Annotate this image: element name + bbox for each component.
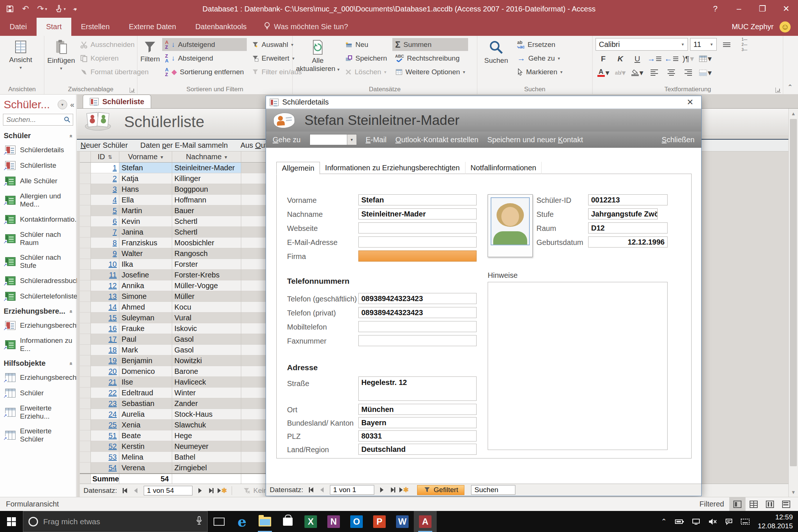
table-row[interactable]: 4EllaHoffmann <box>80 195 274 205</box>
increase-indent-button[interactable]: → <box>647 52 662 65</box>
font-name-combo[interactable]: Calibri▾ <box>596 38 688 51</box>
nachname-cell[interactable]: Forster-Krebs <box>172 270 241 280</box>
nav-item-kontaktinformatio-[interactable]: ↗Kontaktinformatio... <box>0 212 76 227</box>
align-left-button[interactable] <box>647 66 662 79</box>
record-id-link[interactable]: 8 <box>113 239 117 247</box>
section-collapse-icon[interactable]: « <box>68 310 74 312</box>
nachname-cell[interactable]: Hoffmann <box>172 195 241 205</box>
table-row[interactable]: 54VerenaZirngiebel <box>80 463 274 473</box>
layout-view-button[interactable] <box>762 497 778 511</box>
row-selector[interactable] <box>80 377 91 388</box>
nachname-cell[interactable]: Havliceck <box>172 377 241 388</box>
neu-button[interactable]: Neu <box>342 38 390 51</box>
align-right-button[interactable] <box>681 66 696 79</box>
record-id-link[interactable]: 25 <box>109 421 117 429</box>
vorname-cell[interactable]: Walter <box>119 248 172 259</box>
table-row[interactable]: 5MartinBauer <box>80 205 274 216</box>
collapse-ribbon-icon[interactable]: ⌃ <box>787 83 793 91</box>
nav-item-schüler[interactable]: ↗Schüler <box>0 385 76 401</box>
cortana-search-box[interactable]: Frag mich etwas <box>23 511 208 532</box>
vorname-cell[interactable]: Franziskus <box>119 238 172 248</box>
speichern-button[interactable]: Speichern <box>342 52 390 65</box>
row-selector[interactable] <box>80 184 91 195</box>
ort-input[interactable]: München <box>358 404 477 415</box>
row-selector[interactable] <box>80 334 91 345</box>
table-row[interactable]: 7JaninaSchertl <box>80 227 274 238</box>
help-button[interactable]: ? <box>703 0 727 18</box>
stufe-combo[interactable]: Jahrgangstufe Zwölf▾ <box>588 208 658 219</box>
einfuegen-button[interactable]: Einfügen▾ <box>47 38 75 85</box>
redo-icon[interactable]: ↷▾ <box>37 5 47 13</box>
schueler-id-input[interactable]: 0012213 <box>588 194 668 205</box>
vorname-cell[interactable]: Aurelia <box>119 409 172 420</box>
summen-button[interactable]: Σ Summen <box>392 38 468 51</box>
microphone-icon[interactable] <box>196 516 202 527</box>
nachname-cell[interactable]: Winter <box>172 388 241 398</box>
student-photo-placeholder[interactable] <box>488 194 533 257</box>
vorname-cell[interactable]: Ilse <box>119 377 172 388</box>
nav-search-box[interactable]: Suchen... <box>3 114 73 126</box>
nachname-cell[interactable]: Müller <box>172 291 241 302</box>
vorname-cell[interactable]: Sebastian <box>119 398 172 409</box>
powerpoint-taskbar-icon[interactable]: P <box>368 511 391 532</box>
word-taskbar-icon[interactable]: W <box>391 511 414 532</box>
table-row[interactable]: 51BeateHege <box>80 430 274 441</box>
filtern-button[interactable]: Filtern <box>140 38 160 85</box>
row-selector[interactable] <box>80 248 91 259</box>
record-id-link[interactable]: 17 <box>109 335 117 344</box>
nachname-input[interactable]: Steinleitner-Mader <box>358 208 477 219</box>
record-id-link[interactable]: 12 <box>109 282 117 290</box>
vorname-cell[interactable]: Janina <box>119 227 172 238</box>
form-view-button[interactable] <box>729 497 746 511</box>
nachname-cell[interactable]: Rangosch <box>172 248 241 259</box>
sortierung-entfernen-button[interactable]: AZ◆ Sortierung entfernen <box>162 65 247 78</box>
row-selector[interactable] <box>80 173 91 184</box>
row-selector[interactable] <box>80 195 91 205</box>
outlook-taskbar-icon[interactable]: O <box>345 511 368 532</box>
action-center-icon[interactable] <box>725 518 733 525</box>
nachname-cell[interactable]: Killinger <box>172 173 241 184</box>
vorname-cell[interactable]: Kerstin <box>119 441 172 452</box>
nachname-cell[interactable]: Gasol <box>172 345 241 355</box>
underline-button[interactable]: U <box>630 52 645 65</box>
schliessen-link[interactable]: Schließen <box>662 136 695 144</box>
record-id-link[interactable]: 9 <box>113 249 117 258</box>
minimize-button[interactable]: ‒ <box>727 0 751 18</box>
mobiltelefon-input[interactable] <box>358 321 477 332</box>
row-selector[interactable] <box>80 345 91 355</box>
row-selector[interactable] <box>80 302 91 313</box>
row-selector[interactable] <box>80 163 91 173</box>
table-row[interactable]: 22EdeltraudWinter <box>80 388 274 398</box>
tell-me-box[interactable]: Was möchten Sie tun? <box>256 18 355 36</box>
row-selector[interactable] <box>80 216 91 227</box>
telefon-privat-input[interactable]: 089389424323423 <box>358 307 477 318</box>
faxnummer-input[interactable] <box>358 335 477 346</box>
row-selector[interactable] <box>80 409 91 420</box>
italic-button[interactable]: K <box>613 52 628 65</box>
vorname-cell[interactable]: Simone <box>119 291 172 302</box>
nav-item-informationen-zu-e-[interactable]: ↗Informationen zu E... <box>0 333 76 356</box>
nav-item-erziehungsberecht-[interactable]: ↗Erziehungsberecht... <box>0 370 76 385</box>
taskbar-clock[interactable]: 12:59 12.08.2015 <box>758 513 793 531</box>
table-row[interactable]: 8FranziskusMoosbichler <box>80 238 274 248</box>
previous-record-icon[interactable] <box>131 486 141 495</box>
plz-input[interactable]: 80331 <box>358 430 477 441</box>
nav-section-header[interactable]: Erziehungsbere...« <box>0 304 76 318</box>
record-id-link[interactable]: 53 <box>109 453 117 461</box>
record-id-link[interactable]: 18 <box>109 346 117 354</box>
close-button[interactable]: ✕ <box>774 0 798 18</box>
last-record-icon[interactable] <box>207 486 216 495</box>
align-center-button[interactable] <box>664 66 679 79</box>
document-tab-schuelerliste[interactable]: Schülerliste <box>83 95 151 108</box>
record-id-link[interactable]: 22 <box>109 389 117 397</box>
table-row[interactable]: 21IlseHavliceck <box>80 377 274 388</box>
record-id-link[interactable]: 20 <box>109 367 117 376</box>
vorname-cell[interactable]: Benjamin <box>119 355 172 366</box>
row-selector[interactable] <box>80 463 91 473</box>
suchen-button[interactable]: Suchen <box>480 38 512 85</box>
first-record-icon[interactable] <box>120 486 130 495</box>
record-id-link[interactable]: 10 <box>109 260 117 269</box>
nachname-cell[interactable]: Boggpoun <box>172 184 241 195</box>
record-id-link[interactable]: 5 <box>113 207 117 215</box>
vorname-cell[interactable]: Martin <box>119 205 172 216</box>
